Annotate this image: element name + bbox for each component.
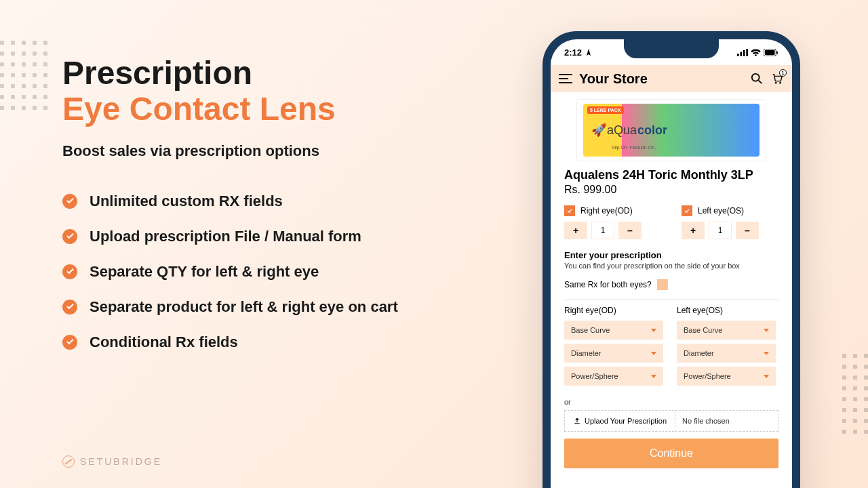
store-title: Your Store bbox=[579, 71, 743, 87]
svg-rect-2 bbox=[743, 49, 745, 56]
svg-rect-1 bbox=[740, 52, 742, 56]
phone-notch bbox=[624, 39, 719, 58]
right-eye-col: Right eye(OD) + 1 – bbox=[564, 205, 661, 239]
brand-icon bbox=[62, 455, 75, 468]
chevron-down-icon bbox=[651, 352, 656, 355]
rx-left-header: Left eye(OS) bbox=[677, 306, 776, 315]
upload-button[interactable]: Uplaod Your Prescription bbox=[565, 411, 675, 431]
check-icon bbox=[62, 264, 77, 279]
check-icon bbox=[62, 335, 77, 350]
feature-item: Upload prescription File / Manual form bbox=[62, 228, 449, 245]
right-qty-value: 1 bbox=[591, 222, 614, 239]
svg-rect-6 bbox=[776, 51, 778, 54]
brand-footer: SETUBRIDGE bbox=[62, 455, 162, 468]
left-power-select[interactable]: Power/Sphere bbox=[677, 367, 776, 386]
left-qty-plus[interactable]: + bbox=[682, 222, 705, 239]
marketing-panel: Prescription Eye Contact Lens Boost sale… bbox=[62, 56, 449, 369]
chevron-down-icon bbox=[651, 375, 656, 378]
left-qty-value: 1 bbox=[709, 222, 732, 239]
same-rx-row: Same Rx for both eyes? bbox=[564, 279, 778, 290]
feature-list: Unlimited custom RX fields Upload prescr… bbox=[62, 192, 449, 351]
feature-item: Separate product for left & right eye on… bbox=[62, 298, 449, 316]
rx-note: You can find your prescription on the si… bbox=[564, 262, 778, 270]
product-price: Rs. 999.00 bbox=[564, 184, 778, 196]
check-icon bbox=[62, 194, 77, 209]
product-tagline: Slip On. Fashion On. bbox=[612, 145, 656, 150]
same-rx-label: Same Rx for both eyes? bbox=[564, 280, 652, 289]
svg-rect-0 bbox=[737, 54, 739, 56]
left-eye-checkbox[interactable] bbox=[682, 205, 692, 216]
battery-icon bbox=[764, 49, 778, 56]
upload-icon bbox=[573, 417, 581, 425]
decorative-dots-left bbox=[0, 41, 47, 110]
svg-rect-5 bbox=[765, 49, 775, 54]
or-separator: or bbox=[564, 398, 778, 406]
eye-selection-row: Right eye(OD) + 1 – Left eye(OS) + bbox=[564, 205, 778, 239]
rx-title: Enter your prescription bbox=[564, 250, 778, 260]
upload-status: No file chosen bbox=[675, 417, 736, 425]
wifi-icon bbox=[751, 49, 761, 56]
check-icon bbox=[62, 300, 77, 314]
feature-item: Separate QTY for left & right eye bbox=[62, 263, 449, 281]
right-power-select[interactable]: Power/Sphere bbox=[564, 367, 663, 386]
svg-point-9 bbox=[779, 82, 781, 84]
left-qty-minus[interactable]: – bbox=[736, 222, 759, 239]
left-base-curve-select[interactable]: Base Curve bbox=[677, 321, 776, 340]
menu-icon[interactable] bbox=[559, 72, 572, 85]
search-icon[interactable] bbox=[750, 72, 764, 85]
cart-icon[interactable]: 1 bbox=[770, 72, 784, 85]
status-indicators bbox=[737, 49, 778, 56]
upload-row: Uplaod Your Prescription No file chosen bbox=[564, 410, 778, 432]
product-brand-logo: 🚀 aQuacolor bbox=[591, 123, 667, 138]
signal-icon bbox=[737, 49, 748, 56]
svg-point-8 bbox=[775, 82, 777, 84]
left-eye-label: Left eye(OS) bbox=[698, 206, 744, 216]
continue-button[interactable]: Continue bbox=[564, 439, 778, 468]
left-diameter-select[interactable]: Diameter bbox=[677, 344, 776, 363]
feature-text: Separate product for left & right eye on… bbox=[90, 298, 398, 316]
phone-mockup: 2:12 Your Store 1 5 LENS PA bbox=[542, 31, 800, 488]
chevron-down-icon bbox=[651, 329, 656, 332]
feature-text: Upload prescription File / Manual form bbox=[90, 228, 361, 245]
right-eye-label: Right eye(OD) bbox=[580, 206, 633, 216]
right-diameter-select[interactable]: Diameter bbox=[564, 344, 663, 363]
right-eye-checkbox[interactable] bbox=[564, 205, 575, 216]
product-page: 5 LENS PACK 🚀 aQuacolor Slip On. Fashion… bbox=[551, 92, 792, 468]
phone-screen: 2:12 Your Store 1 5 LENS PA bbox=[551, 39, 792, 488]
pack-tag: 5 LENS PACK bbox=[587, 106, 624, 114]
left-eye-col: Left eye(OS) + 1 – bbox=[682, 205, 778, 239]
hero-line-2: Eye Contact Lens bbox=[62, 92, 449, 127]
app-header: Your Store 1 bbox=[551, 65, 792, 92]
hero-line-1: Prescription bbox=[62, 56, 449, 92]
hero-sub: Boost sales via prescription options bbox=[62, 142, 449, 160]
decorative-dots-bottom-right bbox=[842, 354, 868, 434]
upload-label: Uplaod Your Prescription bbox=[585, 417, 667, 425]
right-qty-minus[interactable]: – bbox=[618, 222, 642, 239]
chevron-down-icon bbox=[764, 329, 769, 332]
cart-badge: 1 bbox=[779, 69, 787, 77]
chevron-down-icon bbox=[764, 352, 769, 355]
feature-item: Conditional Rx fields bbox=[62, 333, 449, 351]
brand-name: SETUBRIDGE bbox=[80, 456, 162, 467]
rx-left-col: Left eye(OS) Base Curve Diameter Power/S… bbox=[670, 300, 778, 394]
same-rx-checkbox[interactable] bbox=[657, 279, 668, 290]
rx-right-header: Right eye(OD) bbox=[564, 306, 663, 315]
rx-right-col: Right eye(OD) Base Curve Diameter Power/… bbox=[564, 300, 670, 394]
right-base-curve-select[interactable]: Base Curve bbox=[564, 321, 663, 340]
svg-rect-3 bbox=[746, 49, 748, 56]
product-image: 5 LENS PACK 🚀 aQuacolor Slip On. Fashion… bbox=[576, 99, 766, 161]
product-name: Aqualens 24H Toric Monthly 3LP bbox=[564, 168, 778, 182]
rx-fields: Right eye(OD) Base Curve Diameter Power/… bbox=[564, 300, 778, 394]
feature-text: Unlimited custom RX fields bbox=[90, 192, 283, 210]
feature-item: Unlimited custom RX fields bbox=[62, 192, 449, 210]
right-qty-plus[interactable]: + bbox=[564, 222, 587, 239]
chevron-down-icon bbox=[764, 375, 769, 378]
svg-point-7 bbox=[752, 74, 760, 81]
feature-text: Conditional Rx fields bbox=[90, 333, 238, 351]
feature-text: Separate QTY for left & right eye bbox=[90, 263, 319, 281]
status-time: 2:12 bbox=[564, 47, 593, 58]
check-icon bbox=[62, 229, 77, 244]
